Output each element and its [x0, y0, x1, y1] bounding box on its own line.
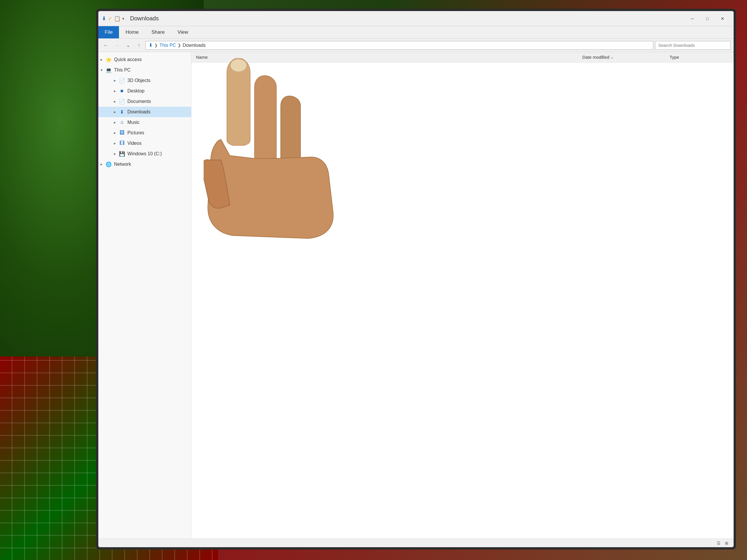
sidebar-item-quick-access[interactable]: ► ⭐ Quick access [98, 54, 191, 65]
content-empty-area [191, 62, 733, 538]
sidebar-item-3d-objects[interactable]: ► 📄 3D Objects [98, 75, 191, 86]
main-area: ► ⭐ Quick access ▼ 💻 This PC ► 📄 3D Obje… [98, 52, 733, 538]
title-bar: ⬇ ✓ 📋 ▾ Downloads ─ □ ✕ [98, 11, 733, 26]
up-button[interactable]: ↑ [134, 41, 144, 50]
expand-arrow-3d: ► [112, 77, 118, 84]
check-icon: ✓ [108, 16, 112, 22]
sidebar-item-music[interactable]: ► ♫ Music [98, 117, 191, 128]
sidebar-item-downloads[interactable]: ► ⬇ Downloads [98, 107, 191, 117]
sidebar-label-desktop: Desktop [127, 88, 145, 94]
sidebar-label-this-pc: This PC [114, 68, 131, 73]
quick-access-icon: ⭐ [105, 56, 112, 63]
sidebar-label-music: Music [127, 120, 139, 125]
list-view-icon[interactable]: ☰ [715, 540, 722, 546]
path-downloads-icon: ⬇ [149, 42, 153, 48]
pictures-icon: 🖼 [118, 129, 126, 137]
music-icon: ♫ [118, 118, 126, 126]
this-pc-icon: 💻 [105, 66, 112, 74]
column-header-date-modified[interactable]: Date modified ⌄ [580, 53, 667, 61]
sidebar-label-network: Network [114, 162, 131, 167]
sidebar-label-3d-objects: 3D Objects [127, 78, 150, 83]
sidebar-label-pictures: Pictures [127, 130, 144, 135]
sidebar-item-documents[interactable]: ► 📄 Documents [98, 96, 191, 107]
column-header-name[interactable]: Name [194, 53, 580, 61]
window-title: Downloads [130, 15, 159, 22]
3d-objects-icon: 📄 [118, 77, 126, 84]
expand-arrow-downloads: ► [112, 109, 118, 115]
address-bar: ← → ⌄ ↑ ⬇ ❯ This PC ❯ Downloads [98, 39, 733, 52]
downloads-icon: ⬇ [118, 108, 126, 116]
expand-arrow-desktop: ► [112, 88, 118, 94]
path-downloads: Downloads [183, 43, 206, 48]
status-bar: ☰ ⊞ [98, 538, 733, 547]
sidebar: ► ⭐ Quick access ▼ 💻 This PC ► 📄 3D Obje… [98, 52, 191, 538]
sidebar-item-desktop[interactable]: ► ■ Desktop [98, 86, 191, 96]
grid-view-icon[interactable]: ⊞ [723, 540, 730, 546]
expand-arrow-documents: ► [112, 98, 118, 105]
view-controls: ☰ ⊞ [715, 540, 730, 546]
sidebar-label-windows-c: Windows 10 (C:) [127, 151, 162, 156]
dropdown-arrow: ▾ [122, 16, 124, 21]
network-icon: 🌐 [105, 160, 112, 168]
drive-icon: 💾 [118, 150, 126, 158]
path-separator-1: ❯ [154, 43, 158, 47]
sidebar-item-videos[interactable]: ► 🎞 Videos [98, 138, 191, 149]
expand-arrow-quick-access: ► [98, 56, 105, 63]
monitor: ⬇ ✓ 📋 ▾ Downloads ─ □ ✕ File Home Share … [96, 9, 736, 550]
expand-arrow-videos: ► [112, 140, 118, 146]
expand-arrow-this-pc: ▼ [98, 67, 105, 73]
desktop-icon: ■ [118, 87, 126, 95]
tab-home[interactable]: Home [119, 26, 145, 38]
expand-arrow-pictures: ► [112, 130, 118, 136]
recent-locations-button[interactable]: ⌄ [123, 41, 133, 50]
sidebar-label-documents: Documents [127, 99, 151, 104]
sidebar-item-pictures[interactable]: ► 🖼 Pictures [98, 128, 191, 138]
path-separator-2: ❯ [178, 43, 181, 47]
tab-file[interactable]: File [98, 26, 119, 38]
videos-icon: 🎞 [118, 139, 126, 147]
download-icon: ⬇ [102, 16, 106, 22]
sidebar-label-quick-access: Quick access [114, 57, 141, 62]
path-this-pc[interactable]: This PC [159, 43, 176, 48]
sort-indicator: ⌄ [611, 55, 614, 59]
column-headers: Name Date modified ⌄ Type [191, 52, 733, 62]
tab-share[interactable]: Share [145, 26, 171, 38]
ribbon: File Home Share View [98, 26, 733, 39]
window-controls: ─ □ ✕ [685, 14, 730, 24]
address-path[interactable]: ⬇ ❯ This PC ❯ Downloads [146, 41, 653, 50]
back-button[interactable]: ← [101, 41, 110, 50]
forward-button[interactable]: → [112, 41, 122, 50]
column-header-type[interactable]: Type [667, 53, 731, 61]
expand-arrow-windows: ► [112, 151, 118, 157]
minimize-button[interactable]: ─ [685, 14, 700, 24]
sidebar-item-network[interactable]: ► 🌐 Network [98, 159, 191, 169]
expand-arrow-network: ► [98, 161, 105, 167]
expand-arrow-music: ► [112, 119, 118, 126]
close-button[interactable]: ✕ [715, 14, 730, 24]
clipboard-icon: 📋 [114, 16, 121, 22]
sidebar-item-windows-c[interactable]: ► 💾 Windows 10 (C:) [98, 149, 191, 159]
title-bar-icons: ⬇ ✓ 📋 ▾ [102, 16, 124, 22]
maximize-button[interactable]: □ [700, 14, 715, 24]
content-area: Name Date modified ⌄ Type [191, 52, 733, 538]
screen: ⬇ ✓ 📋 ▾ Downloads ─ □ ✕ File Home Share … [98, 11, 733, 547]
sidebar-label-videos: Videos [127, 141, 141, 146]
ribbon-tabs: File Home Share View [98, 26, 733, 38]
sidebar-label-downloads: Downloads [127, 109, 150, 114]
documents-icon: 📄 [118, 98, 126, 105]
search-input[interactable] [655, 41, 731, 50]
sidebar-item-this-pc[interactable]: ▼ 💻 This PC [98, 65, 191, 75]
tab-view[interactable]: View [171, 26, 195, 38]
